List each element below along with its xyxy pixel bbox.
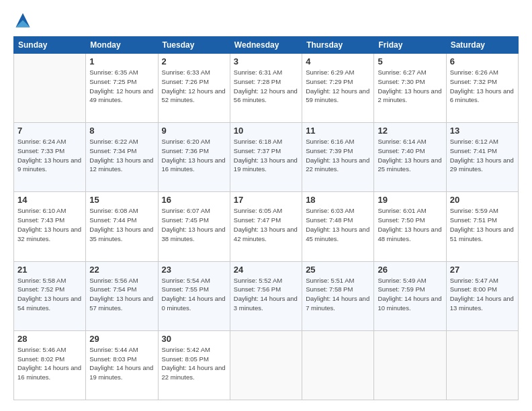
day-number: 29 [89,334,154,344]
day-info: Sunrise: 6:12 AM Sunset: 7:41 PM Dayligh… [450,137,515,174]
calendar-cell: 30Sunrise: 5:42 AM Sunset: 8:05 PM Dayli… [158,330,230,400]
calendar-cell: 23Sunrise: 5:54 AM Sunset: 7:55 PM Dayli… [158,261,230,330]
calendar-cell: 9Sunrise: 6:20 AM Sunset: 7:36 PM Daylig… [158,123,230,192]
day-number: 19 [378,195,442,205]
calendar-cell: 17Sunrise: 6:05 AM Sunset: 7:47 PM Dayli… [230,192,302,261]
day-info: Sunrise: 6:01 AM Sunset: 7:50 PM Dayligh… [378,206,442,243]
calendar-cell: 26Sunrise: 5:49 AM Sunset: 7:59 PM Dayli… [374,261,446,330]
day-number: 13 [450,126,515,136]
day-number: 21 [17,265,82,275]
day-number: 2 [162,56,226,66]
day-info: Sunrise: 6:22 AM Sunset: 7:34 PM Dayligh… [89,137,154,174]
weekday-header-thursday: Thursday [302,37,374,54]
day-info: Sunrise: 6:10 AM Sunset: 7:43 PM Dayligh… [17,206,82,243]
calendar-cell: 5Sunrise: 6:27 AM Sunset: 7:30 PM Daylig… [374,54,446,123]
day-info: Sunrise: 6:29 AM Sunset: 7:29 PM Dayligh… [306,68,370,105]
calendar-cell: 1Sunrise: 6:35 AM Sunset: 7:25 PM Daylig… [86,54,158,123]
calendar-cell: 16Sunrise: 6:07 AM Sunset: 7:45 PM Dayli… [158,192,230,261]
day-info: Sunrise: 5:49 AM Sunset: 7:59 PM Dayligh… [378,276,442,313]
weekday-header-saturday: Saturday [446,37,518,54]
calendar-cell: 15Sunrise: 6:08 AM Sunset: 7:44 PM Dayli… [86,192,158,261]
day-number: 9 [162,126,226,136]
calendar-cell: 6Sunrise: 6:26 AM Sunset: 7:32 PM Daylig… [446,54,518,123]
day-number: 10 [234,126,298,136]
calendar-cell: 27Sunrise: 5:47 AM Sunset: 8:00 PM Dayli… [446,261,518,330]
page: SundayMondayTuesdayWednesdayThursdayFrid… [0,0,532,411]
week-row-3: 14Sunrise: 6:10 AM Sunset: 7:43 PM Dayli… [14,192,519,261]
day-number: 25 [306,265,370,275]
day-info: Sunrise: 6:26 AM Sunset: 7:32 PM Dayligh… [450,68,515,105]
day-number: 28 [17,334,82,344]
calendar-cell: 3Sunrise: 6:31 AM Sunset: 7:28 PM Daylig… [230,54,302,123]
day-number: 22 [89,265,154,275]
day-info: Sunrise: 6:08 AM Sunset: 7:44 PM Dayligh… [89,206,154,243]
day-number: 4 [306,56,370,66]
day-number: 23 [162,265,226,275]
calendar-cell: 24Sunrise: 5:52 AM Sunset: 7:56 PM Dayli… [230,261,302,330]
weekday-header-row: SundayMondayTuesdayWednesdayThursdayFrid… [14,37,519,54]
day-info: Sunrise: 6:20 AM Sunset: 7:36 PM Dayligh… [162,137,226,174]
day-info: Sunrise: 6:35 AM Sunset: 7:25 PM Dayligh… [89,68,154,105]
week-row-1: 1Sunrise: 6:35 AM Sunset: 7:25 PM Daylig… [14,54,519,123]
logo [13,11,35,30]
weekday-header-wednesday: Wednesday [230,37,302,54]
day-number: 30 [162,334,226,344]
calendar-cell [302,330,374,400]
day-info: Sunrise: 5:56 AM Sunset: 7:54 PM Dayligh… [89,276,154,313]
day-number: 27 [450,265,515,275]
day-number: 17 [234,195,298,205]
week-row-2: 7Sunrise: 6:24 AM Sunset: 7:33 PM Daylig… [14,123,519,192]
day-info: Sunrise: 6:16 AM Sunset: 7:39 PM Dayligh… [306,137,370,174]
calendar-cell: 19Sunrise: 6:01 AM Sunset: 7:50 PM Dayli… [374,192,446,261]
day-number: 5 [378,56,442,66]
weekday-header-friday: Friday [374,37,446,54]
calendar-cell: 20Sunrise: 5:59 AM Sunset: 7:51 PM Dayli… [446,192,518,261]
day-info: Sunrise: 5:59 AM Sunset: 7:51 PM Dayligh… [450,206,515,243]
day-number: 26 [378,265,442,275]
day-number: 18 [306,195,370,205]
day-number: 15 [89,195,154,205]
day-info: Sunrise: 5:54 AM Sunset: 7:55 PM Dayligh… [162,276,226,313]
calendar-cell: 25Sunrise: 5:51 AM Sunset: 7:58 PM Dayli… [302,261,374,330]
day-info: Sunrise: 6:18 AM Sunset: 7:37 PM Dayligh… [234,137,298,174]
calendar-cell [230,330,302,400]
calendar-table: SundayMondayTuesdayWednesdayThursdayFrid… [13,36,519,400]
weekday-header-sunday: Sunday [14,37,86,54]
day-info: Sunrise: 6:14 AM Sunset: 7:40 PM Dayligh… [378,137,442,174]
calendar-cell [14,54,86,123]
calendar-cell: 4Sunrise: 6:29 AM Sunset: 7:29 PM Daylig… [302,54,374,123]
calendar-cell: 14Sunrise: 6:10 AM Sunset: 7:43 PM Dayli… [14,192,86,261]
day-info: Sunrise: 5:51 AM Sunset: 7:58 PM Dayligh… [306,276,370,313]
day-info: Sunrise: 6:27 AM Sunset: 7:30 PM Dayligh… [378,68,442,105]
day-number: 7 [17,126,82,136]
calendar-cell: 13Sunrise: 6:12 AM Sunset: 7:41 PM Dayli… [446,123,518,192]
calendar-cell: 7Sunrise: 6:24 AM Sunset: 7:33 PM Daylig… [14,123,86,192]
day-info: Sunrise: 5:47 AM Sunset: 8:00 PM Dayligh… [450,276,515,313]
week-row-5: 28Sunrise: 5:46 AM Sunset: 8:02 PM Dayli… [14,330,519,400]
day-info: Sunrise: 6:33 AM Sunset: 7:26 PM Dayligh… [162,68,226,105]
day-number: 8 [89,126,154,136]
weekday-header-monday: Monday [86,37,158,54]
day-number: 20 [450,195,515,205]
calendar-cell: 8Sunrise: 6:22 AM Sunset: 7:34 PM Daylig… [86,123,158,192]
day-info: Sunrise: 5:46 AM Sunset: 8:02 PM Dayligh… [17,345,82,382]
day-info: Sunrise: 5:44 AM Sunset: 8:03 PM Dayligh… [89,345,154,382]
day-info: Sunrise: 5:52 AM Sunset: 7:56 PM Dayligh… [234,276,298,313]
calendar-cell [446,330,518,400]
day-number: 24 [234,265,298,275]
day-number: 14 [17,195,82,205]
day-info: Sunrise: 5:42 AM Sunset: 8:05 PM Dayligh… [162,345,226,382]
calendar-cell: 28Sunrise: 5:46 AM Sunset: 8:02 PM Dayli… [14,330,86,400]
calendar-cell: 18Sunrise: 6:03 AM Sunset: 7:48 PM Dayli… [302,192,374,261]
calendar-cell: 12Sunrise: 6:14 AM Sunset: 7:40 PM Dayli… [374,123,446,192]
calendar-cell: 10Sunrise: 6:18 AM Sunset: 7:37 PM Dayli… [230,123,302,192]
calendar-cell: 11Sunrise: 6:16 AM Sunset: 7:39 PM Dayli… [302,123,374,192]
calendar-cell: 21Sunrise: 5:58 AM Sunset: 7:52 PM Dayli… [14,261,86,330]
day-info: Sunrise: 6:03 AM Sunset: 7:48 PM Dayligh… [306,206,370,243]
header [13,11,519,30]
day-info: Sunrise: 6:24 AM Sunset: 7:33 PM Dayligh… [17,137,82,174]
calendar-cell: 2Sunrise: 6:33 AM Sunset: 7:26 PM Daylig… [158,54,230,123]
day-number: 3 [234,56,298,66]
day-info: Sunrise: 5:58 AM Sunset: 7:52 PM Dayligh… [17,276,82,313]
week-row-4: 21Sunrise: 5:58 AM Sunset: 7:52 PM Dayli… [14,261,519,330]
